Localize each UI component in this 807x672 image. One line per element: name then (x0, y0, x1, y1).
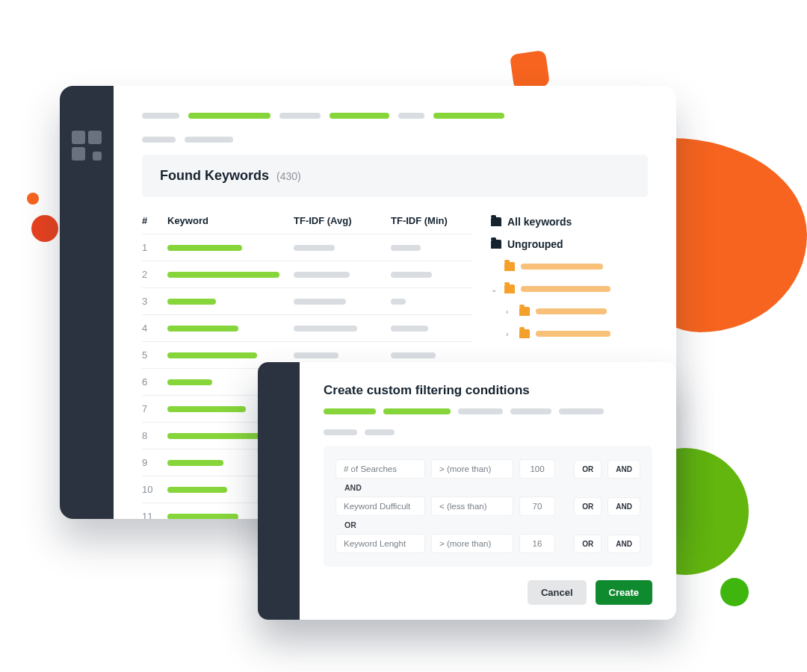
row-index: 11 (142, 511, 167, 519)
row-index: 5 (142, 349, 167, 361)
create-button[interactable]: Create (596, 580, 652, 605)
row-index: 1 (142, 242, 167, 253)
tree-folder-item[interactable]: › (491, 300, 648, 323)
condition-field[interactable]: # of Searches (336, 459, 425, 479)
col-tfidf-avg: TF-IDF (Avg) (294, 215, 391, 226)
modal-sidebar (258, 362, 300, 620)
condition-row: Keyword Lenght> (more than)16ORAND (336, 534, 640, 553)
panel-count: (430) (276, 170, 301, 182)
condition-value[interactable]: 70 (519, 497, 555, 516)
row-index: 3 (142, 296, 167, 307)
row-avg-bar (294, 299, 391, 305)
tree-folder-item[interactable] (491, 255, 648, 278)
row-min-bar (391, 272, 473, 278)
condition-field[interactable]: Keyword Lenght (336, 534, 425, 553)
row-index: 7 (142, 403, 167, 414)
tree-item-bar (536, 331, 610, 337)
row-index: 4 (142, 323, 167, 334)
logic-or-button[interactable]: OR (574, 497, 602, 516)
decor-dot-orange (27, 193, 39, 205)
folder-icon (519, 329, 530, 338)
chevron-icon: › (506, 308, 513, 316)
row-index: 8 (142, 430, 167, 441)
row-min-bar (391, 326, 473, 332)
tree-all-keywords[interactable]: All keywords (491, 211, 648, 233)
condition-operator[interactable]: < (less than) (431, 497, 513, 516)
table-header: # Keyword TF-IDF (Avg) TF-IDF (Min) (142, 211, 473, 234)
tree-folder-item[interactable]: › (491, 323, 648, 345)
logic-and-button[interactable]: AND (607, 460, 640, 479)
row-min-bar (391, 299, 473, 305)
condition-field[interactable]: Keyword Dufficult (336, 497, 425, 516)
row-index: 6 (142, 376, 167, 388)
modal-title: Create custom filtering conditions (324, 383, 652, 398)
chevron-icon: ⌄ (491, 285, 498, 293)
folder-icon (504, 262, 515, 271)
table-row[interactable]: 2 (142, 261, 473, 287)
table-row[interactable]: 4 (142, 314, 473, 341)
row-keyword-bar (167, 352, 294, 358)
conditions-box: # of Searches> (more than)100ORANDANDKey… (324, 446, 652, 567)
chevron-icon: › (506, 330, 513, 338)
modal-tabs-skeleton (324, 408, 652, 435)
decor-dot-green (720, 578, 749, 606)
row-keyword-bar (167, 299, 294, 305)
tree-label: Ungrouped (507, 238, 563, 250)
row-avg-bar (294, 272, 391, 278)
folder-icon (491, 240, 501, 249)
row-index: 10 (142, 484, 167, 495)
condition-value[interactable]: 100 (519, 459, 555, 479)
decor-square-orange (510, 50, 550, 90)
tree-ungrouped[interactable]: Ungrouped (491, 233, 648, 255)
row-keyword-bar (167, 245, 294, 251)
table-row[interactable]: 1 (142, 234, 473, 261)
decor-dot-red (31, 215, 58, 242)
col-tfidf-min: TF-IDF (Min) (391, 215, 473, 226)
col-keyword: Keyword (167, 215, 294, 226)
row-avg-bar (294, 352, 391, 358)
row-min-bar (391, 352, 473, 358)
row-keyword-bar (167, 272, 294, 278)
table-row[interactable]: 3 (142, 287, 473, 314)
row-min-bar (391, 245, 473, 251)
tree-label: All keywords (507, 216, 572, 228)
condition-row: # of Searches> (more than)100ORAND (336, 459, 640, 479)
app-logo-icon (72, 131, 102, 519)
row-index: 2 (142, 269, 167, 280)
condition-value[interactable]: 16 (519, 534, 555, 553)
logic-and-button[interactable]: AND (607, 497, 640, 516)
condition-join: OR (344, 520, 640, 529)
panel-header: Found Keywords (430) (142, 155, 648, 197)
folder-icon (491, 217, 501, 226)
breadcrumb-skeleton (142, 113, 648, 143)
cancel-button[interactable]: Cancel (528, 580, 587, 605)
tree-folder-item[interactable]: ⌄ (491, 278, 648, 300)
modal-body: Create custom filtering conditions # of … (300, 362, 676, 620)
row-avg-bar (294, 245, 391, 251)
modal-actions: Cancel Create (324, 570, 652, 605)
filter-modal: Create custom filtering conditions # of … (258, 362, 676, 620)
main-sidebar (60, 86, 114, 519)
col-index: # (142, 215, 167, 226)
condition-operator[interactable]: > (more than) (431, 534, 513, 553)
row-keyword-bar (167, 326, 294, 332)
condition-operator[interactable]: > (more than) (431, 459, 513, 479)
condition-join: AND (344, 483, 640, 492)
tree-item-bar (521, 264, 603, 270)
tree-item-bar (536, 308, 607, 314)
panel-title: Found Keywords (160, 168, 269, 184)
logic-and-button[interactable]: AND (607, 535, 640, 553)
row-avg-bar (294, 326, 391, 332)
condition-row: Keyword Dufficult< (less than)70ORAND (336, 497, 640, 516)
folder-icon (519, 307, 530, 316)
row-index: 9 (142, 457, 167, 468)
logic-or-button[interactable]: OR (574, 535, 602, 553)
logic-or-button[interactable]: OR (574, 460, 602, 479)
tree-item-bar (521, 286, 610, 292)
folder-icon (504, 284, 515, 293)
